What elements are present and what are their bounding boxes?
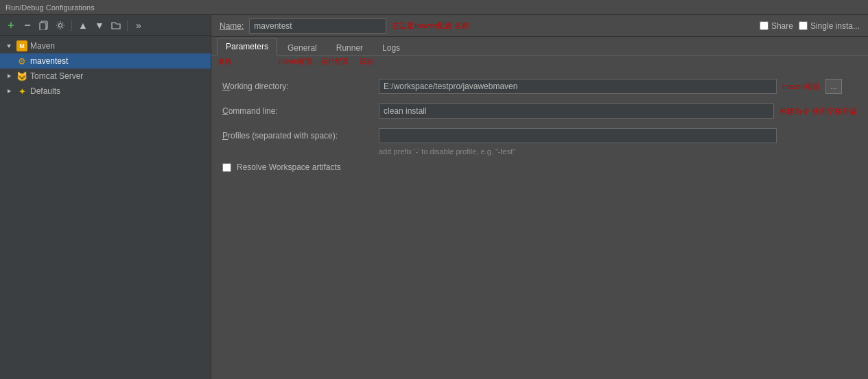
name-annotation: 右边是maven配置 名称 (392, 21, 469, 31)
tab-logs-annotation: 日志 (360, 58, 373, 65)
more-button[interactable]: » (132, 19, 145, 32)
sidebar: + − ▲ ▼ » (0, 15, 211, 379)
tomcat-icon: 🐱 (16, 71, 27, 82)
defaults-arrow (4, 86, 14, 96)
sidebar-item-tomcat-label: Tomcat Server (30, 71, 207, 81)
svg-marker-6 (8, 89, 11, 93)
single-instance-label: Single insta... (810, 21, 860, 31)
maven-arrow (4, 41, 14, 51)
content-area: Name: 右边是maven配置 名称 Share Single insta..… (211, 15, 868, 379)
command-line-row: Command line: 构建命令 使用空格分隔 (222, 103, 857, 119)
tab-runner[interactable]: Runner (327, 39, 372, 56)
sidebar-item-maven-label: Maven (30, 41, 207, 51)
gear-icon: ⚙ (16, 56, 27, 66)
svg-point-2 (59, 23, 62, 27)
sidebar-item-defaults[interactable]: ✦ Defaults (0, 84, 211, 99)
tab-annotations: 参数 maven配置 运行配置 日志 (211, 56, 868, 67)
remove-config-button[interactable]: − (21, 19, 34, 32)
profiles-input[interactable] (379, 128, 777, 143)
name-right-controls: Share Single insta... (760, 21, 860, 31)
tab-runner-label: Runner (336, 43, 363, 53)
title-bar: Run/Debug Configurations (0, 0, 868, 15)
move-up-button[interactable]: ▲ (76, 19, 90, 32)
working-dir-browse-button[interactable]: ... (825, 79, 842, 94)
profiles-row: Profiles (separated with space): (222, 128, 857, 143)
svg-marker-5 (8, 74, 11, 78)
sidebar-item-maventest-label: maventest (30, 56, 207, 66)
share-label: Share (771, 21, 793, 31)
parameters-tab-content: Working directory: maven项目 ... Command l… (211, 68, 868, 379)
sidebar-toolbar: + − ▲ ▼ » (0, 15, 211, 36)
tab-logs-ann: 日志 (358, 56, 386, 67)
tab-general[interactable]: General (279, 39, 326, 56)
working-dir-label: Working directory: (222, 82, 373, 91)
name-label: Name: (220, 21, 244, 31)
tab-general-ann: maven配置 (277, 56, 320, 67)
tab-general-label: General (288, 43, 317, 53)
sidebar-item-tomcat[interactable]: 🐱 Tomcat Server (0, 69, 211, 84)
command-line-annotation: 构建命令 使用空格分隔 (779, 106, 857, 117)
share-checkbox-wrap: Share (760, 21, 793, 31)
resolve-workspace-label: Resolve Workspace artifacts (237, 162, 341, 172)
profiles-hint: add prefix '-' to disable profile, e.g. … (379, 147, 857, 156)
tab-logs-label: Logs (382, 43, 400, 53)
tab-runner-annotation: 运行配置 (321, 58, 349, 65)
folder-button[interactable] (109, 19, 123, 32)
single-instance-checkbox[interactable] (799, 21, 808, 30)
tab-parameters-label: Parameters (226, 42, 268, 51)
tabs-bar: Parameters General Runner Logs (211, 37, 868, 57)
tab-parameters[interactable]: Parameters (217, 38, 277, 56)
sidebar-item-defaults-label: Defaults (30, 86, 207, 96)
tab-logs[interactable]: Logs (373, 39, 409, 56)
sidebar-item-maventest[interactable]: ⚙ maventest (0, 53, 211, 69)
tab-param-annotation: 参数 (218, 58, 232, 65)
working-dir-annotation: maven项目 (782, 82, 820, 92)
tab-general-annotation: maven配置 (279, 58, 313, 65)
resolve-workspace-checkbox[interactable] (222, 163, 231, 172)
sidebar-item-maven[interactable]: M Maven (0, 38, 211, 53)
working-dir-input[interactable] (379, 79, 777, 94)
single-instance-wrap: Single insta... (799, 21, 860, 31)
command-line-label: Command line: (222, 106, 373, 116)
toolbar-separator-2 (127, 20, 128, 31)
tomcat-arrow (4, 71, 14, 81)
tab-param-ann: 参数 (217, 56, 277, 67)
add-config-button[interactable]: + (4, 19, 18, 32)
name-row: Name: 右边是maven配置 名称 Share Single insta..… (211, 15, 868, 37)
tab-runner-ann: 运行配置 (320, 56, 358, 67)
profiles-label: Profiles (separated with space): (222, 131, 373, 140)
main-container: + − ▲ ▼ » (0, 15, 868, 379)
copy-config-button[interactable] (37, 19, 51, 32)
svg-marker-3 (7, 45, 11, 48)
tabs-container: Parameters General Runner Logs 参数 maven (211, 37, 868, 68)
settings-button[interactable] (54, 19, 67, 32)
command-line-input[interactable] (379, 103, 774, 119)
toolbar-separator-1 (71, 20, 72, 31)
name-input[interactable] (249, 19, 386, 34)
maven-icon: M (16, 40, 27, 51)
resolve-workspace-row: Resolve Workspace artifacts (222, 162, 857, 172)
title-text: Run/Debug Configurations (5, 3, 95, 12)
sidebar-tree: M Maven ⚙ maventest 🐱 (0, 36, 211, 379)
share-checkbox[interactable] (760, 21, 769, 30)
working-dir-row: Working directory: maven项目 ... (222, 79, 857, 94)
defaults-icon: ✦ (16, 86, 27, 97)
move-down-button[interactable]: ▼ (93, 19, 106, 32)
svg-rect-1 (40, 23, 46, 30)
